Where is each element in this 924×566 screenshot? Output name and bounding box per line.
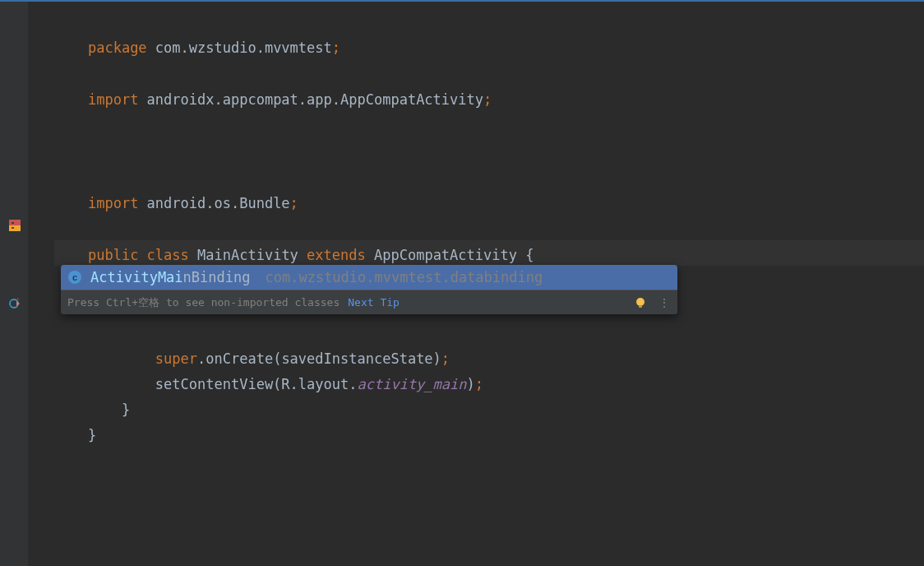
svg-rect-6 <box>639 305 642 308</box>
autocomplete-item[interactable]: c ActivityMainBinding com.wzstudio.mvvmt… <box>61 265 677 290</box>
lightbulb-icon[interactable] <box>634 296 647 309</box>
class-type-icon: c <box>67 270 82 285</box>
gutter-fold-column <box>39 2 54 566</box>
svg-rect-0 <box>9 220 21 225</box>
autocomplete-rest-text: nBinding <box>183 269 251 285</box>
gutter-icons-column <box>0 2 28 566</box>
footer-hint-text: Press Ctrl+空格 to see non-imported classe… <box>67 295 340 310</box>
run-override-icon[interactable] <box>9 298 21 309</box>
autocomplete-package: com.wzstudio.mvvmtest.databinding <box>265 269 543 285</box>
code-line[interactable]: import androidx.appcompat.app.AppCompatA… <box>54 62 924 138</box>
more-options-icon[interactable]: ⋮ <box>658 300 671 305</box>
autocomplete-match-text: ActivityMai <box>90 269 183 285</box>
class-icon <box>9 220 21 231</box>
svg-text:c: c <box>72 272 77 282</box>
svg-point-5 <box>636 298 644 306</box>
next-tip-link[interactable]: Next Tip <box>348 296 400 309</box>
code-line[interactable]: } <box>54 397 924 474</box>
autocomplete-footer: Press Ctrl+空格 to see non-imported classe… <box>61 290 677 314</box>
autocomplete-popup: c ActivityMainBinding com.wzstudio.mvvmt… <box>61 265 677 314</box>
svg-rect-1 <box>9 225 21 231</box>
